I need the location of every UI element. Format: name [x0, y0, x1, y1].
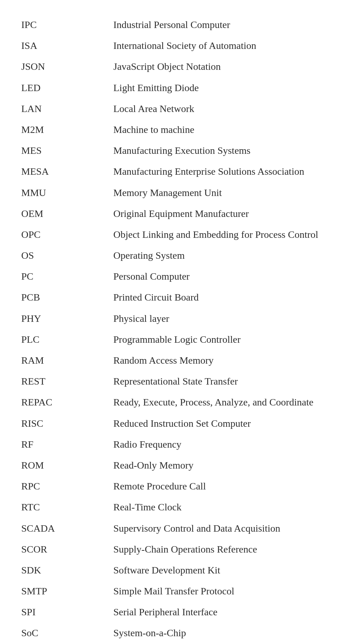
table-row: IPCIndustrial Personal Computer — [21, 14, 319, 35]
table-row: OEMOriginal Equipment Manufacturer — [21, 203, 319, 224]
table-row: M2MMachine to machine — [21, 119, 319, 140]
table-row: ROMRead-Only Memory — [21, 455, 319, 476]
definition-cell: Manufacturing Enterprise Solutions Assoc… — [113, 161, 319, 182]
definition-cell: Simple Mail Transfer Protocol — [113, 581, 319, 601]
acronym-cell: REPAC — [21, 392, 113, 413]
table-row: MESAManufacturing Enterprise Solutions A… — [21, 161, 319, 182]
acronym-cell: RISC — [21, 413, 113, 434]
acronym-cell: SoC — [21, 622, 113, 643]
table-row: SoCSystem-on-a-Chip — [21, 622, 319, 643]
definition-cell: Manufacturing Execution Systems — [113, 140, 319, 161]
table-row: SCORSupply-Chain Operations Reference — [21, 539, 319, 560]
table-row: RFRadio Frequency — [21, 434, 319, 455]
acronym-table: IPCIndustrial Personal ComputerISAIntern… — [21, 14, 319, 644]
table-row: SMTPSimple Mail Transfer Protocol — [21, 581, 319, 601]
acronym-cell: OS — [21, 245, 113, 266]
table-row: MESManufacturing Execution Systems — [21, 140, 319, 161]
table-row: REPACReady, Execute, Process, Analyze, a… — [21, 392, 319, 413]
acronym-cell: PHY — [21, 308, 113, 329]
acronym-cell: MMU — [21, 182, 113, 203]
acronym-cell: M2M — [21, 119, 113, 140]
acronym-cell: PLC — [21, 329, 113, 350]
definition-cell: Supervisory Control and Data Acquisition — [113, 518, 319, 539]
table-row: SCADASupervisory Control and Data Acquis… — [21, 518, 319, 539]
acronym-cell: MESA — [21, 161, 113, 182]
acronym-cell: RF — [21, 434, 113, 455]
definition-cell: Machine to machine — [113, 119, 319, 140]
acronym-cell: SPI — [21, 601, 113, 622]
definition-cell: Personal Computer — [113, 266, 319, 287]
acronym-cell: LED — [21, 77, 113, 98]
acronym-cell: RAM — [21, 350, 113, 371]
acronym-cell: REST — [21, 371, 113, 392]
table-row: PCBPrinted Circuit Board — [21, 287, 319, 308]
table-row: OSOperating System — [21, 245, 319, 266]
table-row: SDKSoftware Development Kit — [21, 560, 319, 581]
definition-cell: Operating System — [113, 245, 319, 266]
acronym-cell: SDK — [21, 560, 113, 581]
definition-cell: Software Development Kit — [113, 560, 319, 581]
acronym-cell: OEM — [21, 203, 113, 224]
definition-cell: Read-Only Memory — [113, 455, 319, 476]
acronym-cell: RPC — [21, 476, 113, 497]
table-row: OPCObject Linking and Embedding for Proc… — [21, 224, 319, 245]
acronym-cell: SCADA — [21, 518, 113, 539]
acronym-cell: JSON — [21, 56, 113, 77]
definition-cell: Remote Procedure Call — [113, 476, 319, 497]
table-row: ISAInternational Society of Automation — [21, 35, 319, 56]
table-row: SPISerial Peripheral Interface — [21, 601, 319, 622]
definition-cell: Representational State Transfer — [113, 371, 319, 392]
table-row: LANLocal Area Network — [21, 98, 319, 119]
definition-cell: Physical layer — [113, 308, 319, 329]
definition-cell: Memory Management Unit — [113, 182, 319, 203]
table-row: LEDLight Emitting Diode — [21, 77, 319, 98]
table-row: MMUMemory Management Unit — [21, 182, 319, 203]
definition-cell: Object Linking and Embedding for Process… — [113, 224, 319, 245]
acronym-cell: MES — [21, 140, 113, 161]
acronym-cell: PC — [21, 266, 113, 287]
definition-cell: System-on-a-Chip — [113, 622, 319, 643]
definition-cell: Programmable Logic Controller — [113, 329, 319, 350]
acronym-cell: SMTP — [21, 581, 113, 601]
definition-cell: Radio Frequency — [113, 434, 319, 455]
table-row: PHYPhysical layer — [21, 308, 319, 329]
acronym-cell: ISA — [21, 35, 113, 56]
definition-cell: Printed Circuit Board — [113, 287, 319, 308]
definition-cell: Industrial Personal Computer — [113, 14, 319, 35]
definition-cell: Light Emitting Diode — [113, 77, 319, 98]
definition-cell: JavaScript Object Notation — [113, 56, 319, 77]
table-row: JSONJavaScript Object Notation — [21, 56, 319, 77]
table-row: RISCReduced Instruction Set Computer — [21, 413, 319, 434]
table-row: PCPersonal Computer — [21, 266, 319, 287]
definition-cell: Supply-Chain Operations Reference — [113, 539, 319, 560]
acronym-cell: LAN — [21, 98, 113, 119]
acronym-cell: RTC — [21, 497, 113, 517]
acronym-cell: PCB — [21, 287, 113, 308]
table-row: RESTRepresentational State Transfer — [21, 371, 319, 392]
definition-cell: Serial Peripheral Interface — [113, 601, 319, 622]
definition-cell: Real-Time Clock — [113, 497, 319, 517]
acronym-cell: SCOR — [21, 539, 113, 560]
acronym-cell: OPC — [21, 224, 113, 245]
acronym-cell: IPC — [21, 14, 113, 35]
definition-cell: Reduced Instruction Set Computer — [113, 413, 319, 434]
definition-cell: International Society of Automation — [113, 35, 319, 56]
acronym-cell: ROM — [21, 455, 113, 476]
table-row: RAMRandom Access Memory — [21, 350, 319, 371]
definition-cell: Local Area Network — [113, 98, 319, 119]
table-row: RTCReal-Time Clock — [21, 497, 319, 517]
definition-cell: Ready, Execute, Process, Analyze, and Co… — [113, 392, 319, 413]
table-row: RPCRemote Procedure Call — [21, 476, 319, 497]
definition-cell: Original Equipment Manufacturer — [113, 203, 319, 224]
definition-cell: Random Access Memory — [113, 350, 319, 371]
table-row: PLCProgrammable Logic Controller — [21, 329, 319, 350]
